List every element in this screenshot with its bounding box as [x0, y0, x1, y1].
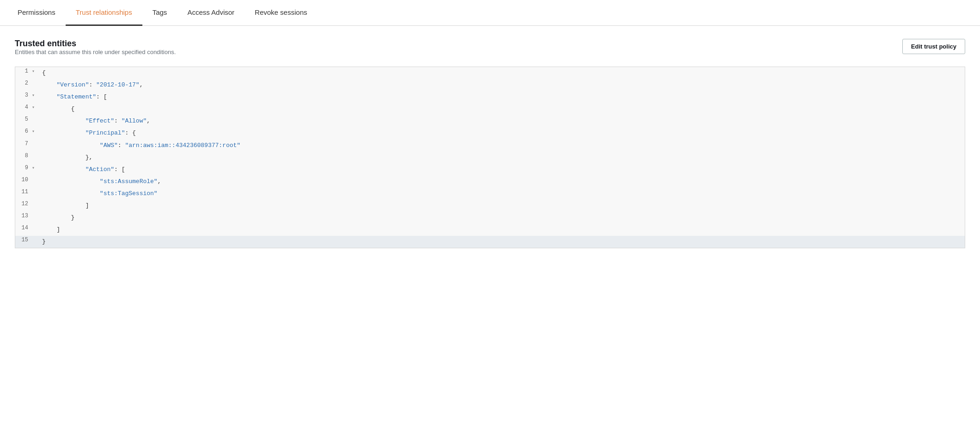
line-content-14: ]: [38, 224, 965, 236]
section-header: Trusted entities Entities that can assum…: [15, 39, 965, 64]
code-line-11: 11 "sts:TagSession": [15, 188, 965, 200]
code-line-4: 4▾ {: [15, 103, 965, 115]
tab-trust-relationships[interactable]: Trust relationships: [66, 0, 142, 26]
line-number-6: 6▾: [15, 127, 38, 135]
line-content-3: "Statement": [: [38, 91, 965, 103]
line-content-12: ]: [38, 200, 965, 212]
code-line-7: 7 "AWS": "arn:aws:iam::434236089377:root…: [15, 140, 965, 152]
line-content-4: {: [38, 103, 965, 115]
line-content-10: "sts:AssumeRole",: [38, 176, 965, 188]
line-number-14: 14: [15, 224, 38, 232]
line-number-10: 10: [15, 176, 38, 184]
line-number-7: 7: [15, 140, 38, 148]
line-arrow-3: ▾: [30, 92, 35, 98]
line-number-12: 12: [15, 200, 38, 208]
code-line-1: 1▾{: [15, 67, 965, 79]
line-number-4: 4▾: [15, 103, 38, 111]
line-arrow-9: ▾: [30, 165, 35, 171]
line-content-6: "Principal": {: [38, 127, 965, 139]
line-content-5: "Effect": "Allow",: [38, 115, 965, 127]
code-line-8: 8 },: [15, 152, 965, 164]
tab-access-advisor[interactable]: Access Advisor: [177, 0, 245, 26]
line-number-2: 2: [15, 79, 38, 87]
code-line-14: 14 ]: [15, 224, 965, 236]
line-content-9: "Action": [: [38, 164, 965, 176]
line-content-11: "sts:TagSession": [38, 188, 965, 200]
code-line-13: 13 }: [15, 212, 965, 224]
line-content-2: "Version": "2012-10-17",: [38, 79, 965, 91]
section-title-group: Trusted entities Entities that can assum…: [15, 39, 176, 64]
line-content-8: },: [38, 152, 965, 164]
line-content-7: "AWS": "arn:aws:iam::434236089377:root": [38, 140, 965, 152]
code-line-9: 9▾ "Action": [: [15, 164, 965, 176]
line-number-11: 11: [15, 188, 38, 196]
code-line-3: 3▾ "Statement": [: [15, 91, 965, 103]
line-arrow-6: ▾: [30, 129, 35, 134]
line-number-15: 15: [15, 236, 38, 244]
code-line-2: 2 "Version": "2012-10-17",: [15, 79, 965, 91]
line-number-8: 8: [15, 152, 38, 160]
main-content: Trusted entities Entities that can assum…: [0, 26, 980, 248]
line-content-13: }: [38, 212, 965, 224]
tab-revoke-sessions[interactable]: Revoke sessions: [245, 0, 317, 26]
line-arrow-4: ▾: [30, 104, 35, 110]
section-title: Trusted entities: [15, 39, 176, 49]
code-line-6: 6▾ "Principal": {: [15, 127, 965, 139]
line-number-9: 9▾: [15, 164, 38, 172]
line-content-15: }: [38, 236, 965, 248]
code-line-5: 5 "Effect": "Allow",: [15, 115, 965, 127]
line-number-1: 1▾: [15, 67, 38, 75]
code-editor: 1▾{2 "Version": "2012-10-17",3▾ "Stateme…: [15, 67, 965, 248]
edit-trust-policy-button[interactable]: Edit trust policy: [902, 39, 965, 54]
code-line-15: 15}: [15, 236, 965, 248]
line-number-13: 13: [15, 212, 38, 220]
section-subtitle: Entities that can assume this role under…: [15, 49, 176, 55]
tab-permissions[interactable]: Permissions: [7, 0, 66, 26]
code-line-12: 12 ]: [15, 200, 965, 212]
code-line-10: 10 "sts:AssumeRole",: [15, 176, 965, 188]
line-arrow-1: ▾: [30, 68, 35, 74]
line-number-5: 5: [15, 115, 38, 123]
tab-tags[interactable]: Tags: [142, 0, 178, 26]
tabs-bar: PermissionsTrust relationshipsTagsAccess…: [0, 0, 980, 26]
line-number-3: 3▾: [15, 91, 38, 99]
line-content-1: {: [38, 67, 965, 79]
